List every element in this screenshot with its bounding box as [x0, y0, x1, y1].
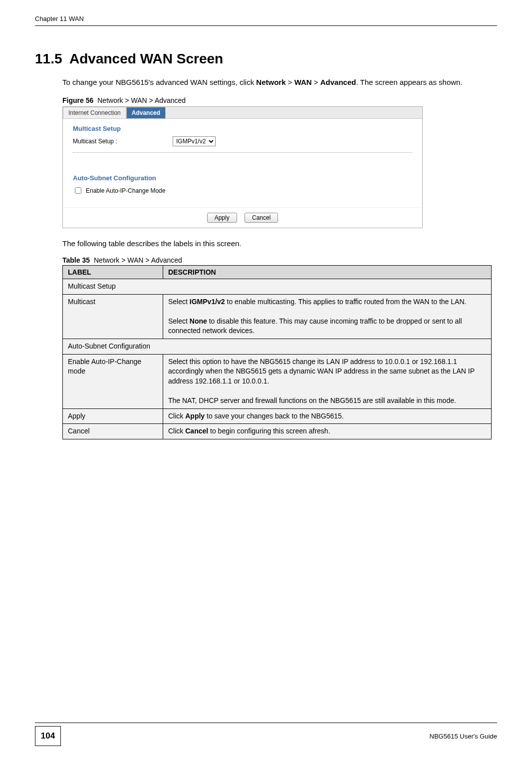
section-title: Advanced WAN Screen	[69, 51, 223, 66]
text: to disable this feature. This may cause …	[168, 317, 462, 335]
row-apply-label: Apply	[63, 408, 163, 424]
row-multicast-setup-section: Multicast Setup	[63, 279, 492, 295]
table-label: Table 35	[62, 256, 90, 264]
row-cancel-desc: Click Cancel to begin configuring this s…	[163, 424, 492, 439]
screenshot-figure: Internet Connection Advanced Multicast S…	[62, 106, 423, 228]
tab-internet-connection[interactable]: Internet Connection	[63, 107, 126, 118]
row-multicast-desc: Select IGMPv1/v2 to enable multicasting.…	[163, 294, 492, 339]
text: Click	[168, 412, 185, 420]
intro-nav1: Network	[256, 78, 285, 86]
autosubnet-heading: Auto-Subnet Configuration	[73, 174, 412, 182]
text: to enable multicasting. This applies to …	[225, 298, 467, 306]
intro-nav2: WAN	[294, 78, 312, 86]
th-label: LABEL	[63, 266, 163, 279]
intro-text-2: . The screen appears as shown.	[356, 78, 462, 86]
divider-dotted	[73, 152, 412, 153]
intro-nav3: Advanced	[320, 78, 356, 86]
page-number: 104	[35, 726, 61, 746]
intro-sep1: >	[286, 78, 294, 86]
row-enable-auto-desc: Select this option to have the NBG5615 c…	[163, 354, 492, 408]
figure-label: Figure 56	[62, 96, 93, 104]
text: Select	[168, 298, 190, 306]
row-enable-auto-label: Enable Auto-IP-Change mode	[63, 354, 163, 408]
text-bold: Apply	[185, 412, 205, 420]
guide-name: NBG5615 User's Guide	[430, 733, 497, 740]
enable-auto-ip-label: Enable Auto-IP-Change Mode	[86, 187, 165, 194]
row-autosubnet-section: Auto-Subnet Configuration	[63, 339, 492, 354]
text: The NAT, DHCP server and firewall functi…	[168, 396, 456, 404]
multicast-setup-select[interactable]: IGMPv1/v2	[173, 136, 216, 146]
enable-auto-ip-checkbox[interactable]	[75, 187, 81, 194]
text-bold: Cancel	[185, 427, 208, 435]
apply-button[interactable]: Apply	[207, 213, 237, 223]
figure-text: Network > WAN > Advanced	[97, 96, 186, 104]
multicast-setup-label: Multicast Setup :	[73, 138, 173, 145]
th-description: DESCRIPTION	[163, 266, 492, 279]
intro-text-1: To change your NBG5615's advanced WAN se…	[62, 78, 256, 86]
text: Select this option to have the NBG5615 c…	[168, 358, 475, 385]
text-bold: None	[190, 317, 207, 325]
multicast-setup-heading: Multicast Setup	[73, 125, 412, 132]
text: to begin configuring this screen afresh.	[208, 427, 330, 435]
table-text: Network > WAN > Advanced	[94, 256, 182, 264]
section-number: 11.5	[35, 51, 62, 66]
row-cancel-label: Cancel	[63, 424, 163, 439]
following-table-text: The following table describes the labels…	[62, 238, 497, 249]
header-rule	[35, 25, 497, 26]
text: Click	[168, 427, 185, 435]
cancel-button[interactable]: Cancel	[245, 213, 278, 223]
tab-advanced[interactable]: Advanced	[126, 107, 166, 118]
tab-bar: Internet Connection Advanced	[63, 107, 422, 119]
section-heading: 11.5 Advanced WAN Screen	[35, 51, 497, 67]
intro-paragraph: To change your NBG5615's advanced WAN se…	[62, 77, 497, 87]
text: Select	[168, 317, 190, 325]
text-bold: IGMPv1/v2	[190, 298, 225, 306]
table-caption: Table 35Network > WAN > Advanced	[62, 256, 497, 264]
intro-sep2: >	[312, 78, 320, 86]
figure-caption: Figure 56Network > WAN > Advanced	[62, 96, 497, 104]
text: to save your changes back to the NBG5615…	[205, 412, 344, 420]
description-table: LABEL DESCRIPTION Multicast Setup Multic…	[62, 265, 492, 439]
button-bar: Apply Cancel	[63, 207, 422, 228]
row-apply-desc: Click Apply to save your changes back to…	[163, 408, 492, 424]
page-footer: 104 NBG5615 User's Guide	[35, 723, 497, 746]
row-multicast-label: Multicast	[63, 294, 163, 339]
chapter-header: Chapter 11 WAN	[35, 15, 497, 22]
